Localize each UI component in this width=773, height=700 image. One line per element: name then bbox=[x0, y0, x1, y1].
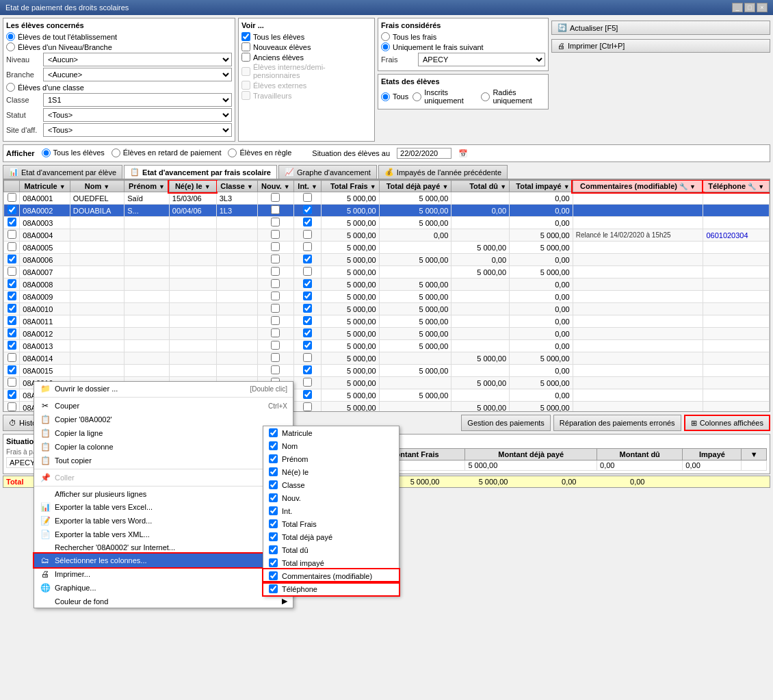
col-header-totalfrais[interactable]: Total Frais ▼ bbox=[321, 181, 379, 192]
sub-nele-check[interactable] bbox=[269, 467, 278, 476]
sub-int-check[interactable] bbox=[269, 506, 278, 515]
classe-select[interactable]: 1S1 bbox=[43, 93, 232, 107]
tab-frais[interactable]: 📋 Etat d'avancement par frais scolaire bbox=[124, 165, 277, 179]
table-cell-comment[interactable] bbox=[573, 291, 703, 303]
table-cell-comment[interactable] bbox=[573, 377, 703, 389]
row-checkbox[interactable] bbox=[8, 242, 16, 251]
situation-date-input[interactable] bbox=[397, 148, 451, 159]
sub-telephone-check[interactable] bbox=[269, 584, 278, 593]
nouv-checkbox[interactable] bbox=[271, 230, 280, 239]
sub-totalpaye-check[interactable] bbox=[269, 532, 278, 541]
context-plusieurs-lignes[interactable]: Afficher sur plusieurs lignes bbox=[34, 488, 293, 500]
table-cell-phone[interactable] bbox=[703, 291, 770, 303]
sub-int[interactable]: Int. bbox=[263, 504, 399, 517]
table-cell-phone[interactable] bbox=[703, 303, 770, 315]
table-row[interactable]: 08A00095 000,005 000,000,00 bbox=[4, 291, 770, 303]
row-checkbox[interactable] bbox=[8, 267, 16, 276]
table-cell-comment[interactable] bbox=[573, 315, 703, 328]
row-checkbox[interactable] bbox=[8, 365, 16, 374]
int-checkbox[interactable] bbox=[303, 365, 312, 374]
sub-totaldu[interactable]: Total dû bbox=[263, 543, 399, 556]
imprimer-button[interactable]: 🖨 Imprimer [Ctrl+P] bbox=[551, 39, 770, 53]
etats-tous-radio[interactable] bbox=[381, 92, 390, 101]
int-checkbox[interactable] bbox=[303, 328, 312, 337]
afficher-retard-radio[interactable] bbox=[112, 148, 120, 157]
nouv-checkbox[interactable] bbox=[271, 291, 280, 300]
context-couper[interactable]: ✂ Couper Ctrl+X bbox=[34, 399, 293, 413]
sub-totalfrais-check[interactable] bbox=[269, 519, 278, 528]
col-header-nom[interactable]: Nom ▼ bbox=[70, 181, 124, 192]
frais-unique-radio[interactable] bbox=[381, 42, 390, 51]
voir-anciens-checkbox[interactable] bbox=[241, 53, 250, 62]
context-copier-ligne[interactable]: 📋 Copier la ligne bbox=[34, 426, 293, 440]
row-checkbox[interactable] bbox=[8, 255, 16, 263]
sub-matricule-check[interactable] bbox=[269, 428, 278, 437]
nouv-checkbox[interactable] bbox=[271, 242, 280, 251]
students-niveau-radio[interactable] bbox=[6, 42, 15, 51]
table-row[interactable]: 08A00115 000,005 000,000,00 bbox=[4, 315, 770, 328]
table-cell-phone[interactable]: 0601020304 bbox=[703, 229, 770, 242]
sub-totaldu-check[interactable] bbox=[269, 545, 278, 554]
table-row[interactable]: 08A00135 000,005 000,000,00 bbox=[4, 340, 770, 352]
row-checkbox[interactable] bbox=[8, 316, 16, 325]
int-checkbox[interactable] bbox=[303, 267, 312, 276]
table-row[interactable]: 08A0001OUEDFELSaïd15/03/063L35 000,005 0… bbox=[4, 192, 770, 205]
nouv-checkbox[interactable] bbox=[271, 353, 280, 362]
nouv-checkbox[interactable] bbox=[271, 267, 280, 276]
row-checkbox[interactable] bbox=[8, 230, 16, 239]
table-cell-phone[interactable] bbox=[703, 242, 770, 254]
afficher-tous-radio[interactable] bbox=[42, 148, 51, 157]
table-cell-comment[interactable] bbox=[573, 254, 703, 266]
table-cell-comment[interactable] bbox=[573, 402, 703, 413]
row-checkbox[interactable] bbox=[8, 279, 16, 288]
sub-nele[interactable]: Né(e) le bbox=[263, 465, 399, 478]
maximize-button[interactable]: □ bbox=[744, 3, 755, 12]
table-row[interactable]: 08A00105 000,005 000,000,00 bbox=[4, 303, 770, 315]
context-rechercher[interactable]: Rechercher '08A0002' sur Internet... bbox=[34, 541, 293, 554]
gestion-button[interactable]: Gestion des paiements bbox=[461, 415, 551, 431]
etats-radies-radio[interactable] bbox=[481, 92, 490, 101]
table-cell-comment[interactable]: Relancé le 14/02/2020 à 15h25 bbox=[573, 229, 703, 242]
tab-graphe[interactable]: 📈 Graphe d'avancement bbox=[278, 165, 377, 179]
col-header-totaldu[interactable]: Total dû ▼ bbox=[451, 181, 510, 192]
sub-totalpaye[interactable]: Total déjà payé bbox=[263, 530, 399, 543]
int-checkbox[interactable] bbox=[303, 205, 312, 214]
context-copier-col[interactable]: 📋 Copier la colonne bbox=[34, 440, 293, 454]
int-checkbox[interactable] bbox=[303, 242, 312, 251]
table-row[interactable]: 08A0002DOUABILAS...00/04/061L35 000,005 … bbox=[4, 205, 770, 217]
sub-matricule[interactable]: Matricule bbox=[263, 426, 399, 439]
colonnes-button[interactable]: ⊞ Colonnes affichées bbox=[684, 415, 770, 431]
table-cell-phone[interactable] bbox=[703, 315, 770, 328]
row-checkbox[interactable] bbox=[8, 328, 16, 337]
table-cell-phone[interactable] bbox=[703, 340, 770, 352]
sub-nouv-check[interactable] bbox=[269, 493, 278, 502]
table-row[interactable]: 08A00155 000,005 000,000,00 bbox=[4, 365, 770, 377]
context-export-xml[interactable]: 📄 Exporter la table vers XML... bbox=[34, 528, 293, 541]
table-cell-phone[interactable] bbox=[703, 217, 770, 229]
nouv-checkbox[interactable] bbox=[271, 365, 280, 374]
int-checkbox[interactable] bbox=[303, 390, 312, 399]
niveau-select[interactable]: <Aucun> bbox=[43, 53, 232, 66]
int-checkbox[interactable] bbox=[303, 255, 312, 263]
table-cell-phone[interactable] bbox=[703, 365, 770, 377]
table-cell-phone[interactable] bbox=[703, 205, 770, 217]
nouv-checkbox[interactable] bbox=[271, 205, 280, 214]
context-export-word[interactable]: 📝 Exporter la table vers Word... bbox=[34, 514, 293, 528]
sub-nom-check[interactable] bbox=[269, 441, 278, 450]
actualiser-button[interactable]: 🔄 Actualiser [F5] bbox=[551, 21, 770, 35]
table-cell-comment[interactable] bbox=[573, 352, 703, 365]
branche-select[interactable]: <Aucune> bbox=[43, 68, 232, 81]
sub-prenom[interactable]: Prénom bbox=[263, 452, 399, 465]
int-checkbox[interactable] bbox=[303, 218, 312, 226]
sub-nouv[interactable]: Nouv. bbox=[263, 491, 399, 504]
int-checkbox[interactable] bbox=[303, 316, 312, 325]
table-row[interactable]: 08A00085 000,005 000,000,00 bbox=[4, 278, 770, 291]
context-graphique[interactable]: 🌐 Graphique... bbox=[34, 581, 293, 595]
statut-select[interactable]: <Tous> bbox=[43, 108, 232, 122]
table-row[interactable]: 08A00145 000,005 000,005 000,00 bbox=[4, 352, 770, 365]
sub-totalimpaye-check[interactable] bbox=[269, 558, 278, 567]
table-cell-phone[interactable] bbox=[703, 266, 770, 278]
table-row[interactable]: 08A00065 000,005 000,000,000,00 bbox=[4, 254, 770, 266]
col-header-classe[interactable]: Classe ▼ bbox=[216, 181, 257, 192]
row-checkbox[interactable] bbox=[8, 341, 16, 350]
